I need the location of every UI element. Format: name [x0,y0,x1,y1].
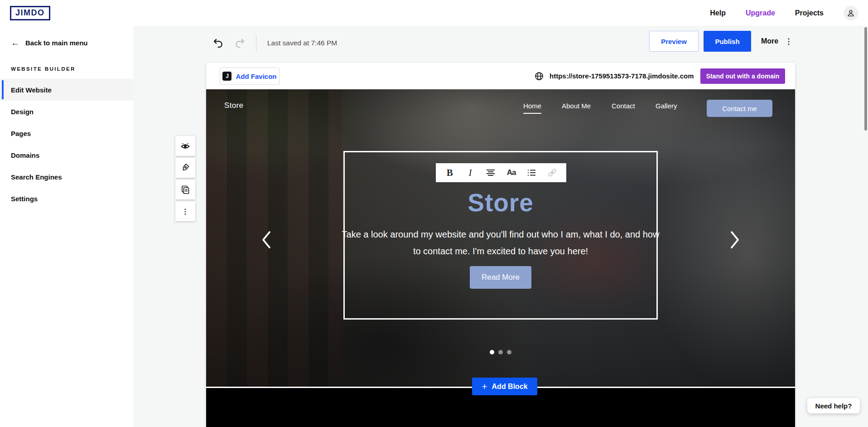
sidebar-item-label: Search Engines [11,173,62,181]
add-block-button[interactable]: + Add Block [472,378,537,395]
website-preview: J Add Favicon https://store-1759513573-7… [206,63,795,427]
plus-icon: + [482,382,487,391]
redo-button[interactable] [232,35,248,51]
text-format-toolbar: B I Aa [436,163,566,182]
jimdo-logo[interactable]: JIMDO [10,6,50,20]
preview-topbar: J Add Favicon https://store-1759513573-7… [206,63,795,89]
hero-title[interactable]: Store [206,188,795,217]
carousel-next-button[interactable] [728,229,742,251]
sidebar-item-label: Pages [11,130,31,137]
undo-icon [212,37,224,49]
align-center-icon[interactable] [483,165,498,180]
site-nav-contact[interactable]: Contact [612,102,635,110]
add-favicon-label: Add Favicon [236,73,276,80]
last-saved-status: Last saved at 7:46 PM [267,39,337,47]
italic-icon[interactable]: I [463,165,478,180]
eye-icon [180,141,190,151]
vertical-scrollbar[interactable] [864,27,867,131]
style-block-button[interactable] [175,158,195,178]
site-url-row: https://store-1759513573-7178.jimdosite.… [535,63,694,89]
hero-body-text[interactable]: Take a look around my website and you'll… [341,226,661,260]
duplicate-block-button[interactable] [175,180,195,199]
domain-upsell-button[interactable]: Stand out with a domain [700,68,785,84]
more-button[interactable]: More ⋮ [761,31,792,52]
sidebar-item-pages[interactable]: Pages [0,122,133,144]
account-avatar[interactable] [844,6,858,20]
style-pen-icon [180,163,190,173]
block-more-button[interactable]: ⋮ [175,201,195,221]
publish-button[interactable]: Publish [704,31,751,52]
sidebar-item-settings[interactable]: Settings [0,188,133,209]
site-nav-about-me[interactable]: About Me [562,102,591,110]
about-me-title: About Me [206,425,795,427]
need-help-button[interactable]: Need help? [807,398,860,413]
list-icon[interactable] [524,165,540,180]
sidebar: ← Back to main menu WEBSITE BUILDER Edit… [0,26,133,427]
carousel-dots [206,350,795,354]
link-icon[interactable] [545,165,560,180]
bold-icon[interactable]: B [442,165,458,180]
projects-link[interactable]: Projects [795,9,824,17]
sidebar-item-edit-website[interactable]: Edit Website [0,79,133,101]
carousel-prev-button[interactable] [260,229,273,251]
add-favicon-button[interactable]: J Add Favicon [220,68,280,85]
help-link[interactable]: Help [710,9,726,17]
block-actions-toolbar: ⋮ [175,136,195,221]
duplicate-icon [180,184,190,194]
sidebar-section-label: WEBSITE BUILDER [11,66,122,72]
undo-button[interactable] [210,35,226,51]
sidebar-item-design[interactable]: Design [0,101,133,122]
back-label: Back to main menu [25,39,88,47]
site-url[interactable]: https://store-1759513573-7178.jimdosite.… [550,72,694,80]
sidebar-item-label: Design [11,108,34,116]
carousel-dot-3[interactable] [507,350,511,354]
upgrade-link[interactable]: Upgrade [746,9,775,17]
app-header: JIMDO Help Upgrade Projects [0,0,868,26]
redo-icon [234,37,246,49]
carousel-dot-1[interactable] [490,350,494,354]
header-nav: Help Upgrade Projects [710,6,858,20]
sidebar-item-label: Domains [11,151,39,159]
sidebar-item-domains[interactable]: Domains [0,144,133,166]
hide-block-button[interactable] [175,136,195,156]
contact-me-button[interactable]: Contact me [707,100,772,117]
back-to-main-menu[interactable]: ← Back to main menu [0,26,133,47]
user-icon [847,9,855,17]
carousel-dot-2[interactable] [498,350,503,354]
sidebar-item-search-engines[interactable]: Search Engines [0,166,133,188]
more-dots-icon: ⋮ [182,207,189,216]
hero-section: Store Home About Me Contact Gallery Cont… [206,89,795,387]
back-arrow-icon: ← [11,39,19,47]
site-nav-gallery[interactable]: Gallery [656,102,677,110]
site-brand[interactable]: Store [224,101,243,110]
favicon-badge: J [222,72,231,81]
more-label: More [761,37,778,45]
add-block-label: Add Block [492,383,528,391]
sidebar-item-label: Settings [11,195,38,203]
toolbar-divider [256,35,256,51]
sidebar-item-label: Edit Website [11,86,52,94]
globe-icon [535,72,544,81]
font-icon[interactable]: Aa [504,165,519,180]
kebab-menu-icon: ⋮ [785,38,792,45]
preview-button[interactable]: Preview [649,31,699,52]
site-nav-home[interactable]: Home [523,102,541,114]
read-more-button[interactable]: Read More [470,266,531,289]
